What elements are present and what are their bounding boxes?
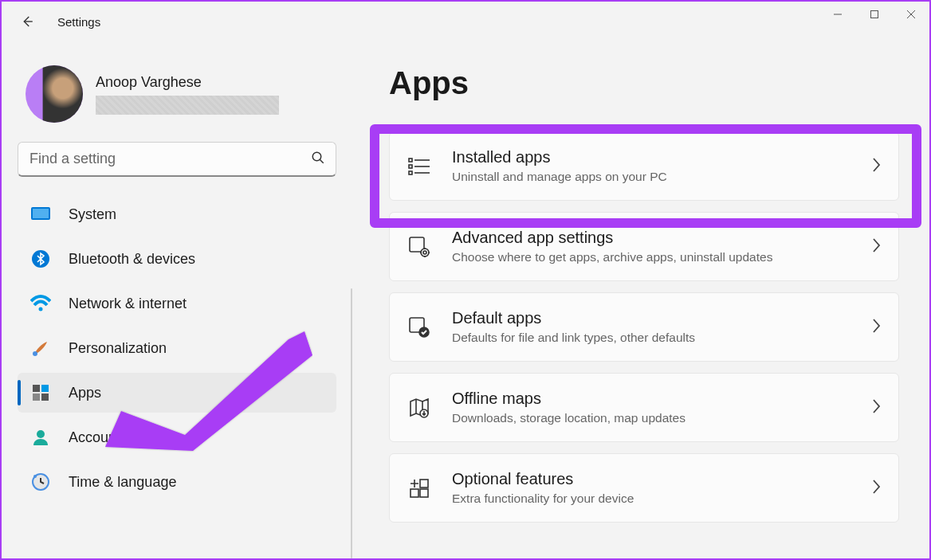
svg-rect-29	[411, 489, 418, 497]
maximize-icon	[870, 10, 879, 19]
card-desc: Defaults for file and link types, other …	[452, 331, 850, 345]
brush-icon	[30, 338, 51, 358]
card-title: Advanced app settings	[452, 229, 850, 247]
cards: Installed apps Uninstall and manage apps…	[389, 131, 899, 523]
svg-rect-30	[420, 489, 428, 497]
main: Apps Installed apps Uninstall and manage…	[352, 41, 929, 558]
chevron-right-icon	[871, 479, 881, 498]
sidebar-item-apps[interactable]: Apps	[18, 373, 336, 413]
sidebar-item-label: Bluetooth & devices	[69, 251, 195, 268]
svg-point-7	[39, 307, 43, 311]
sidebar-item-network[interactable]: Network & internet	[18, 284, 336, 323]
gear-app-icon	[407, 235, 431, 259]
maximize-button[interactable]	[856, 2, 893, 27]
svg-rect-18	[409, 165, 412, 168]
card-desc: Extra functionality for your device	[452, 491, 850, 506]
card-desc: Choose where to get apps, archive apps, …	[452, 250, 850, 264]
sidebar: Anoop Varghese System Bluetooth & dev	[2, 41, 352, 558]
sidebar-item-label: Network & internet	[69, 296, 187, 312]
profile[interactable]: Anoop Varghese	[18, 49, 336, 142]
svg-rect-11	[33, 394, 40, 401]
search-input[interactable]	[18, 142, 336, 177]
chevron-right-icon	[871, 318, 881, 337]
sidebar-item-accounts[interactable]: Accounts	[18, 417, 336, 457]
svg-point-8	[33, 351, 37, 356]
search-icon	[311, 151, 325, 168]
svg-rect-28	[420, 480, 428, 488]
default-apps-icon	[407, 315, 431, 339]
app-title: Settings	[57, 15, 100, 29]
arrow-left-icon	[20, 14, 34, 29]
plus-app-icon	[407, 476, 431, 500]
card-desc: Uninstall and manage apps on your PC	[452, 170, 850, 184]
apps-icon	[30, 382, 51, 403]
list-icon	[407, 155, 431, 178]
sidebar-item-label: Time & language	[69, 474, 176, 491]
system-icon	[30, 204, 51, 225]
sidebar-item-system[interactable]: System	[18, 194, 336, 234]
svg-rect-5	[33, 209, 49, 218]
sidebar-item-time[interactable]: Time & language	[18, 462, 336, 502]
search-wrap	[18, 142, 336, 177]
titlebar: Settings	[2, 2, 929, 41]
profile-name: Anoop Varghese	[96, 74, 328, 91]
chevron-right-icon	[871, 157, 881, 176]
close-button[interactable]	[893, 2, 929, 27]
close-icon	[906, 10, 916, 19]
svg-rect-9	[33, 385, 40, 392]
card-desc: Downloads, storage location, map updates	[452, 411, 850, 425]
sidebar-item-personalization[interactable]: Personalization	[18, 328, 336, 368]
page-title: Apps	[389, 65, 899, 101]
card-installed-apps[interactable]: Installed apps Uninstall and manage apps…	[389, 131, 899, 201]
minimize-icon	[833, 10, 843, 19]
svg-point-15	[33, 475, 37, 478]
nav: System Bluetooth & devices Network & int…	[18, 194, 336, 502]
sidebar-scrollbar[interactable]	[351, 288, 352, 558]
card-title: Installed apps	[452, 148, 850, 166]
chevron-right-icon	[871, 237, 881, 257]
svg-rect-12	[41, 394, 49, 401]
svg-line-3	[320, 159, 324, 163]
card-title: Optional features	[452, 470, 850, 488]
window-controls	[819, 2, 929, 27]
svg-rect-16	[409, 159, 412, 162]
svg-rect-10	[41, 385, 49, 392]
back-button[interactable]	[13, 7, 41, 36]
profile-email-redacted	[96, 96, 279, 115]
card-offline-maps[interactable]: Offline maps Downloads, storage location…	[389, 373, 899, 442]
sidebar-item-bluetooth[interactable]: Bluetooth & devices	[18, 239, 336, 279]
avatar	[26, 65, 83, 123]
bluetooth-icon	[30, 249, 51, 269]
sidebar-item-label: System	[69, 206, 116, 223]
sidebar-item-label: Personalization	[69, 340, 167, 357]
card-title: Offline maps	[452, 390, 850, 408]
clock-icon	[30, 472, 51, 492]
profile-text: Anoop Varghese	[96, 74, 328, 115]
wifi-icon	[30, 293, 51, 314]
map-icon	[407, 396, 431, 420]
chevron-right-icon	[871, 398, 881, 417]
svg-point-2	[312, 152, 321, 161]
minimize-button[interactable]	[819, 2, 856, 27]
card-title: Default apps	[452, 309, 850, 327]
sidebar-item-label: Apps	[69, 385, 101, 401]
card-optional-features[interactable]: Optional features Extra functionality fo…	[389, 453, 899, 523]
card-default-apps[interactable]: Default apps Defaults for file and link …	[389, 292, 899, 362]
svg-point-23	[421, 249, 429, 257]
sidebar-item-label: Accounts	[69, 429, 128, 446]
card-advanced-app-settings[interactable]: Advanced app settings Choose where to ge…	[389, 212, 899, 281]
svg-rect-20	[409, 171, 412, 174]
person-icon	[30, 427, 51, 448]
svg-rect-1	[871, 11, 878, 18]
svg-point-13	[37, 430, 45, 438]
